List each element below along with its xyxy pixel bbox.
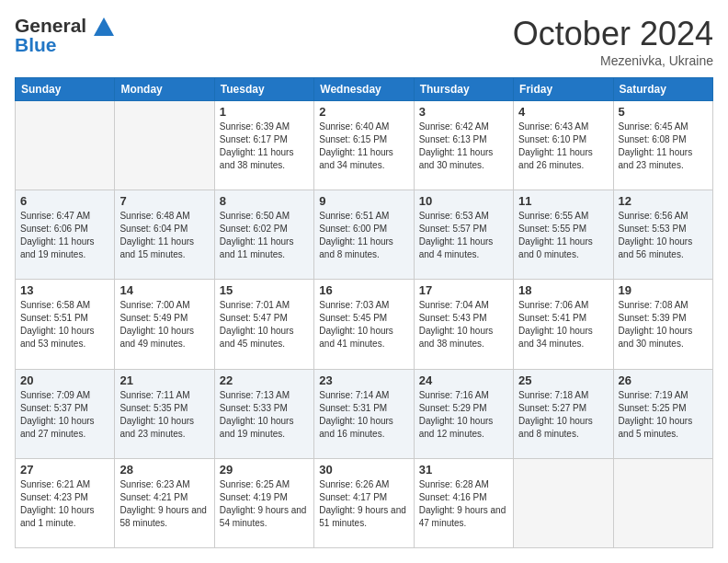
table-row — [514, 458, 613, 547]
col-wednesday: Wednesday — [314, 78, 414, 101]
table-row: 25Sunrise: 7:18 AMSunset: 5:27 PMDayligh… — [514, 369, 613, 458]
day-info: Sunrise: 7:18 AMSunset: 5:27 PMDaylight:… — [518, 389, 608, 441]
calendar-week-row: 6Sunrise: 6:47 AMSunset: 6:06 PMDaylight… — [16, 190, 713, 280]
calendar-table: Sunday Monday Tuesday Wednesday Thursday… — [15, 77, 713, 548]
day-info: Sunrise: 6:48 AMSunset: 6:04 PMDaylight:… — [119, 210, 209, 261]
day-info: Sunrise: 7:11 AMSunset: 5:35 PMDaylight:… — [119, 389, 209, 441]
day-number: 4 — [518, 105, 608, 119]
day-info: Sunrise: 7:04 AMSunset: 5:43 PMDaylight:… — [419, 299, 508, 350]
day-number: 8 — [220, 194, 309, 208]
day-number: 1 — [220, 105, 309, 119]
col-friday: Friday — [514, 78, 613, 101]
calendar-header-row: Sunday Monday Tuesday Wednesday Thursday… — [16, 78, 713, 101]
table-row: 20Sunrise: 7:09 AMSunset: 5:37 PMDayligh… — [16, 369, 115, 458]
day-number: 15 — [220, 283, 309, 297]
logo-icon — [94, 17, 114, 36]
day-info: Sunrise: 7:16 AMSunset: 5:29 PMDaylight:… — [419, 389, 508, 441]
title-block: October 2024 Mezenivka, Ukraine — [513, 15, 713, 68]
table-row: 26Sunrise: 7:19 AMSunset: 5:25 PMDayligh… — [613, 369, 712, 458]
table-row — [613, 458, 712, 547]
col-saturday: Saturday — [613, 78, 712, 101]
day-info: Sunrise: 6:39 AMSunset: 6:17 PMDaylight:… — [220, 121, 309, 172]
table-row: 22Sunrise: 7:13 AMSunset: 5:33 PMDayligh… — [214, 369, 313, 458]
day-info: Sunrise: 6:26 AMSunset: 4:17 PMDaylight:… — [319, 478, 408, 530]
table-row — [16, 101, 115, 190]
day-number: 14 — [119, 283, 209, 297]
day-number: 12 — [619, 194, 708, 208]
day-number: 16 — [319, 283, 408, 297]
day-info: Sunrise: 7:19 AMSunset: 5:25 PMDaylight:… — [619, 389, 708, 441]
table-row: 31Sunrise: 6:28 AMSunset: 4:16 PMDayligh… — [414, 458, 513, 547]
day-info: Sunrise: 6:56 AMSunset: 5:53 PMDaylight:… — [619, 210, 708, 261]
day-info: Sunrise: 6:28 AMSunset: 4:16 PMDaylight:… — [419, 478, 508, 530]
day-info: Sunrise: 7:13 AMSunset: 5:33 PMDaylight:… — [220, 389, 309, 441]
table-row: 19Sunrise: 7:08 AMSunset: 5:39 PMDayligh… — [613, 280, 712, 369]
table-row: 15Sunrise: 7:01 AMSunset: 5:47 PMDayligh… — [214, 280, 313, 369]
day-number: 26 — [619, 373, 708, 387]
day-info: Sunrise: 6:58 AMSunset: 5:51 PMDaylight:… — [20, 299, 109, 350]
table-row — [115, 101, 214, 190]
table-row: 17Sunrise: 7:04 AMSunset: 5:43 PMDayligh… — [414, 280, 513, 369]
day-number: 20 — [20, 373, 109, 387]
day-number: 17 — [419, 283, 508, 297]
month-title: October 2024 — [513, 15, 713, 53]
table-row: 4Sunrise: 6:43 AMSunset: 6:10 PMDaylight… — [514, 101, 613, 190]
table-row: 9Sunrise: 6:51 AMSunset: 6:00 PMDaylight… — [314, 190, 414, 280]
calendar-week-row: 27Sunrise: 6:21 AMSunset: 4:23 PMDayligh… — [16, 458, 713, 547]
day-number: 30 — [319, 463, 408, 477]
day-number: 10 — [419, 194, 508, 208]
day-number: 28 — [119, 463, 209, 477]
table-row: 11Sunrise: 6:55 AMSunset: 5:55 PMDayligh… — [514, 190, 613, 280]
table-row: 8Sunrise: 6:50 AMSunset: 6:02 PMDaylight… — [214, 190, 313, 280]
day-number: 24 — [419, 373, 508, 387]
day-info: Sunrise: 6:50 AMSunset: 6:02 PMDaylight:… — [220, 210, 309, 261]
day-info: Sunrise: 6:47 AMSunset: 6:06 PMDaylight:… — [20, 210, 109, 261]
day-info: Sunrise: 6:51 AMSunset: 6:00 PMDaylight:… — [319, 210, 408, 261]
table-row: 21Sunrise: 7:11 AMSunset: 5:35 PMDayligh… — [115, 369, 214, 458]
day-info: Sunrise: 6:21 AMSunset: 4:23 PMDaylight:… — [20, 478, 109, 530]
day-number: 13 — [20, 283, 109, 297]
day-info: Sunrise: 6:45 AMSunset: 6:08 PMDaylight:… — [619, 121, 708, 172]
col-tuesday: Tuesday — [214, 78, 313, 101]
table-row: 27Sunrise: 6:21 AMSunset: 4:23 PMDayligh… — [16, 458, 115, 547]
day-info: Sunrise: 7:08 AMSunset: 5:39 PMDaylight:… — [619, 299, 708, 350]
calendar-week-row: 1Sunrise: 6:39 AMSunset: 6:17 PMDaylight… — [16, 101, 713, 190]
day-number: 7 — [119, 194, 209, 208]
day-info: Sunrise: 7:03 AMSunset: 5:45 PMDaylight:… — [319, 299, 408, 350]
day-number: 19 — [619, 283, 708, 297]
table-row: 12Sunrise: 6:56 AMSunset: 5:53 PMDayligh… — [613, 190, 712, 280]
day-info: Sunrise: 7:00 AMSunset: 5:49 PMDaylight:… — [119, 299, 209, 350]
table-row: 10Sunrise: 6:53 AMSunset: 5:57 PMDayligh… — [414, 190, 513, 280]
day-number: 31 — [419, 463, 508, 477]
day-number: 2 — [319, 105, 408, 119]
calendar-week-row: 20Sunrise: 7:09 AMSunset: 5:37 PMDayligh… — [16, 369, 713, 458]
day-info: Sunrise: 6:23 AMSunset: 4:21 PMDaylight:… — [119, 478, 209, 530]
location-subtitle: Mezenivka, Ukraine — [513, 53, 713, 68]
day-info: Sunrise: 7:01 AMSunset: 5:47 PMDaylight:… — [220, 299, 309, 350]
day-number: 6 — [20, 194, 109, 208]
day-number: 29 — [220, 463, 309, 477]
table-row: 1Sunrise: 6:39 AMSunset: 6:17 PMDaylight… — [214, 101, 313, 190]
table-row: 14Sunrise: 7:00 AMSunset: 5:49 PMDayligh… — [115, 280, 214, 369]
day-info: Sunrise: 7:09 AMSunset: 5:37 PMDaylight:… — [20, 389, 109, 441]
day-info: Sunrise: 6:42 AMSunset: 6:13 PMDaylight:… — [419, 121, 508, 172]
page: General Blue October 2024 Mezenivka, Ukr… — [0, 0, 728, 563]
day-number: 21 — [119, 373, 209, 387]
day-number: 23 — [319, 373, 408, 387]
col-thursday: Thursday — [414, 78, 513, 101]
logo: General Blue — [15, 15, 114, 56]
table-row: 6Sunrise: 6:47 AMSunset: 6:06 PMDaylight… — [16, 190, 115, 280]
day-number: 9 — [319, 194, 408, 208]
day-number: 5 — [619, 105, 708, 119]
header: General Blue October 2024 Mezenivka, Ukr… — [15, 15, 713, 68]
table-row: 24Sunrise: 7:16 AMSunset: 5:29 PMDayligh… — [414, 369, 513, 458]
table-row: 3Sunrise: 6:42 AMSunset: 6:13 PMDaylight… — [414, 101, 513, 190]
day-info: Sunrise: 6:53 AMSunset: 5:57 PMDaylight:… — [419, 210, 508, 261]
calendar-week-row: 13Sunrise: 6:58 AMSunset: 5:51 PMDayligh… — [16, 280, 713, 369]
table-row: 7Sunrise: 6:48 AMSunset: 6:04 PMDaylight… — [115, 190, 214, 280]
day-info: Sunrise: 7:14 AMSunset: 5:31 PMDaylight:… — [319, 389, 408, 441]
table-row: 13Sunrise: 6:58 AMSunset: 5:51 PMDayligh… — [16, 280, 115, 369]
day-number: 22 — [220, 373, 309, 387]
svg-marker-0 — [94, 17, 114, 36]
day-info: Sunrise: 6:55 AMSunset: 5:55 PMDaylight:… — [518, 210, 608, 261]
